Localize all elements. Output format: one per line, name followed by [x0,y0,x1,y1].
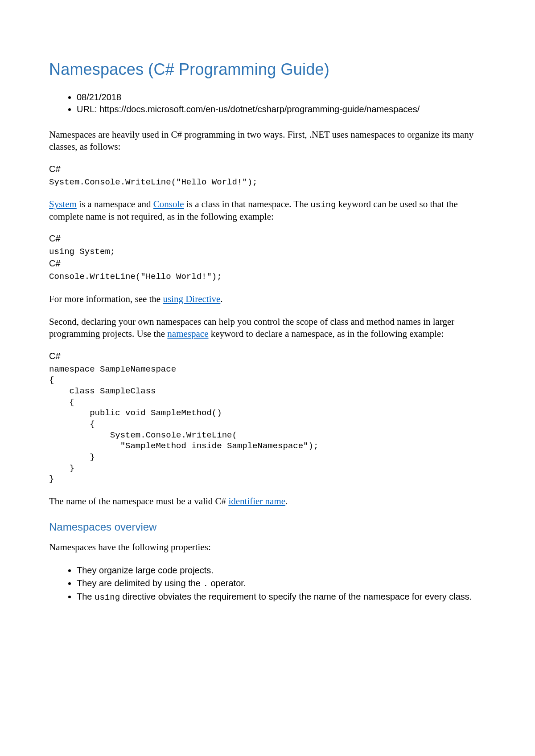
link-identifier-name[interactable]: identifier name [228,496,285,507]
code-block-1: System.Console.WriteLine("Hello World!")… [49,177,486,188]
text: keyword to declare a namespace, as in th… [208,328,444,339]
code-block-3: namespace SampleNamespace { class Sample… [49,364,486,485]
intro-paragraph: Namespaces are heavily used in C# progra… [49,129,486,153]
keyword-using: using [310,200,336,210]
code-lang-label-1: C# [49,164,486,174]
code-lang-label-2b: C# [49,258,486,269]
page-title: Namespaces (C# Programming Guide) [49,60,486,79]
paragraph-moreinfo: For more information, see the using Dire… [49,293,486,305]
code-lang-label-3: C# [49,351,486,361]
text: The name of the namespace must be a vali… [49,496,228,507]
properties-list: They organize large code projects. They … [49,564,486,604]
paragraph-declare: Second, declaring your own namespaces ca… [49,316,486,340]
text: . [220,294,222,304]
link-system[interactable]: System [49,199,77,209]
text: . [285,496,288,507]
text: is a class in that namespace. The [184,199,311,209]
meta-url: URL: https://docs.microsoft.com/en-us/do… [77,103,486,115]
paragraph-system-console: System is a namespace and Console is a c… [49,198,486,223]
property-item-2: They are delimited by using the . operat… [77,577,486,590]
link-namespace[interactable]: namespace [167,328,208,339]
section-overview-title: Namespaces overview [49,521,486,533]
text: operator. [208,578,246,588]
paragraph-identifier: The name of the namespace must be a vali… [49,495,486,507]
property-item-3: The using directive obviates the require… [77,591,486,604]
meta-list: 08/21/2018 URL: https://docs.microsoft.c… [49,91,486,115]
operator-dot: . [203,579,208,589]
code-lang-label-2a: C# [49,233,486,244]
text: They are delimited by using the [77,578,203,588]
meta-date: 08/21/2018 [77,91,486,103]
keyword-using: using [95,593,120,602]
text: directive obviates the requirement to sp… [120,592,472,601]
text: For more information, see the [49,294,163,304]
text: The [77,592,95,601]
link-console[interactable]: Console [153,199,184,209]
document-page: Namespaces (C# Programming Guide) 08/21/… [0,0,535,756]
props-intro: Namespaces have the following properties… [49,541,486,553]
code-block-2b: Console.WriteLine("Hello World!"); [49,271,486,282]
code-block-2a: using System; [49,246,486,257]
link-using-directive[interactable]: using Directive [163,294,220,304]
text: is a namespace and [77,199,153,209]
property-item-1: They organize large code projects. [77,564,486,576]
